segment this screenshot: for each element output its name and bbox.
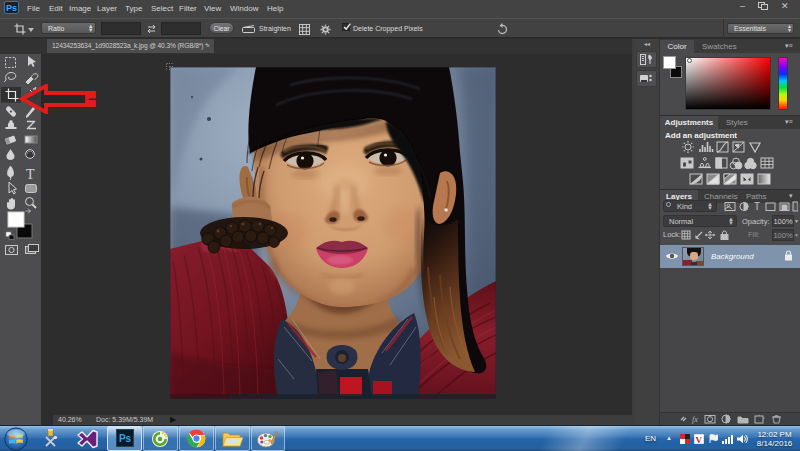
svg-text:T: T [754, 201, 760, 212]
svg-text:V: V [696, 435, 703, 444]
svg-text:fx: fx [692, 415, 698, 424]
svg-text:T: T [26, 167, 35, 182]
